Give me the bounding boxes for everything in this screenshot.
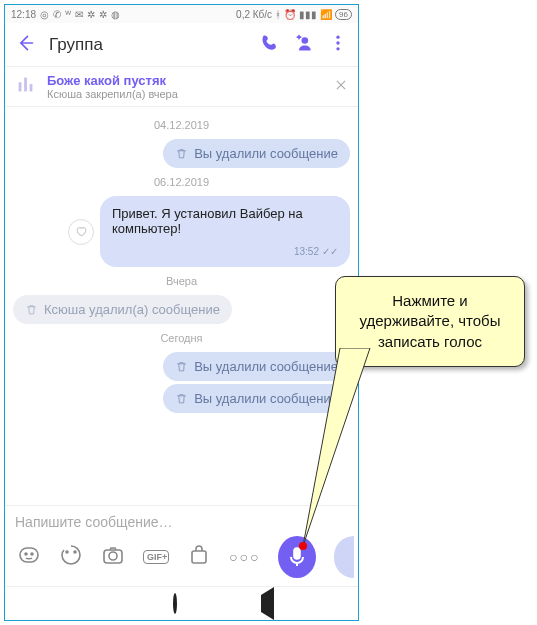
svg-rect-7 xyxy=(20,548,38,562)
status-time: 12:18 xyxy=(11,9,36,20)
pinned-message[interactable]: Боже какой пустяк Ксюша закрепил(а) вчер… xyxy=(5,67,358,107)
tooltip-callout: Нажмите и удерживайте, чтобы записать го… xyxy=(335,276,525,367)
add-user-button[interactable] xyxy=(294,33,314,57)
trash-icon xyxy=(175,147,188,160)
chat-icon: ✉ xyxy=(75,9,83,20)
settings-icon-2: ✲ xyxy=(99,9,107,20)
edge-peek[interactable] xyxy=(334,536,354,578)
whatsapp-icon: ✆ xyxy=(53,9,61,20)
android-navbar xyxy=(5,586,358,620)
circle-icon: ◍ xyxy=(111,9,120,20)
bluetooth-icon: ᚼ xyxy=(275,9,281,20)
phone-frame: 12:18 ◎ ✆ ᵂ ✉ ✲ ✲ ◍ 0,2 Кб/с ᚼ ⏰ ▮▮▮ 📶 9… xyxy=(4,4,359,621)
svg-rect-15 xyxy=(294,548,300,559)
message-input[interactable]: Напишите сообщение… xyxy=(5,505,358,532)
deleted-message-bubble[interactable]: Вы удалили сообщение xyxy=(163,139,350,168)
message-row: Вы удалили сообщение xyxy=(13,352,350,381)
date-separator: 04.12.2019 xyxy=(13,119,350,131)
signal-icon: ▮▮▮ xyxy=(299,9,317,20)
message-row: Вы удалили сообщение xyxy=(13,384,350,413)
date-separator: Сегодня xyxy=(13,332,350,344)
svg-point-8 xyxy=(25,553,27,555)
more-button[interactable]: ○○○ xyxy=(229,549,260,565)
audio-bars-icon xyxy=(15,74,37,100)
svg-point-13 xyxy=(109,552,117,560)
voice-record-button[interactable] xyxy=(278,536,316,578)
gif-button[interactable]: GIF+ xyxy=(143,550,169,564)
battery-indicator: 96 xyxy=(335,9,352,20)
back-nav-button[interactable] xyxy=(261,595,274,613)
pinned-title: Боже какой пустяк xyxy=(47,73,324,88)
menu-button[interactable] xyxy=(328,33,348,57)
svg-point-9 xyxy=(31,553,33,555)
vk-icon: ᵂ xyxy=(65,9,71,20)
pinned-subtitle: Ксюша закрепил(а) вчера xyxy=(47,88,324,100)
home-button[interactable] xyxy=(173,595,177,613)
read-status-icon: ✓✓ xyxy=(322,246,338,257)
net-speed: 0,2 Кб/с xyxy=(236,9,272,20)
unpin-button[interactable] xyxy=(334,78,348,96)
svg-point-2 xyxy=(336,41,339,44)
shop-button[interactable] xyxy=(187,543,211,571)
date-separator: Вчера xyxy=(13,275,350,287)
call-button[interactable] xyxy=(260,33,280,57)
svg-point-11 xyxy=(74,551,76,553)
settings-icon: ✲ xyxy=(87,9,95,20)
sticker-button[interactable] xyxy=(17,543,41,571)
like-button[interactable] xyxy=(68,219,94,245)
tooltip-text: Нажмите и удерживайте, чтобы записать го… xyxy=(360,292,501,350)
message-row: Вы удалили сообщение xyxy=(13,139,350,168)
svg-rect-4 xyxy=(19,82,22,91)
svg-rect-6 xyxy=(30,84,33,91)
deleted-message-text: Вы удалили сообщение xyxy=(194,359,338,374)
svg-point-1 xyxy=(336,35,339,38)
svg-point-3 xyxy=(336,47,339,50)
deleted-message-bubble[interactable]: Вы удалили сообщение xyxy=(163,384,350,413)
alarm-icon: ⏰ xyxy=(284,9,296,20)
chat-header: Группа xyxy=(5,23,358,67)
deleted-message-text: Ксюша удалил(а) сообщение xyxy=(44,302,220,317)
svg-point-0 xyxy=(302,37,309,44)
message-text: Привет. Я установил Вайбер на компьютер! xyxy=(112,206,338,236)
message-time: 13:52 xyxy=(294,246,319,257)
deleted-message-bubble[interactable]: Вы удалили сообщение xyxy=(163,352,350,381)
chat-title: Группа xyxy=(49,35,103,55)
trash-icon xyxy=(175,392,188,405)
status-bar: 12:18 ◎ ✆ ᵂ ✉ ✲ ✲ ◍ 0,2 Кб/с ᚼ ⏰ ▮▮▮ 📶 9… xyxy=(5,5,358,23)
message-row: Привет. Я установил Вайбер на компьютер!… xyxy=(13,196,350,267)
date-separator: 06.12.2019 xyxy=(13,176,350,188)
trash-icon xyxy=(25,303,38,316)
composer-toolbar: GIF+ ○○○ xyxy=(5,532,358,586)
my-message-bubble[interactable]: Привет. Я установил Вайбер на компьютер!… xyxy=(100,196,350,267)
back-button[interactable] xyxy=(15,33,35,57)
svg-rect-14 xyxy=(192,551,206,563)
gallery-button[interactable] xyxy=(59,543,83,571)
wifi-icon: 📶 xyxy=(320,9,332,20)
deleted-message-bubble[interactable]: Ксюша удалил(а) сообщение xyxy=(13,295,232,324)
chat-body[interactable]: 04.12.2019 Вы удалили сообщение 06.12.20… xyxy=(5,107,358,505)
mic-icon xyxy=(285,545,309,569)
trash-icon xyxy=(175,360,188,373)
deleted-message-text: Вы удалили сообщение xyxy=(194,391,338,406)
svg-rect-5 xyxy=(24,77,27,91)
camera-button[interactable] xyxy=(101,543,125,571)
svg-point-10 xyxy=(66,551,68,553)
instagram-icon: ◎ xyxy=(40,9,49,20)
deleted-message-text: Вы удалили сообщение xyxy=(194,146,338,161)
message-row: Ксюша удалил(а) сообщение xyxy=(13,295,350,324)
